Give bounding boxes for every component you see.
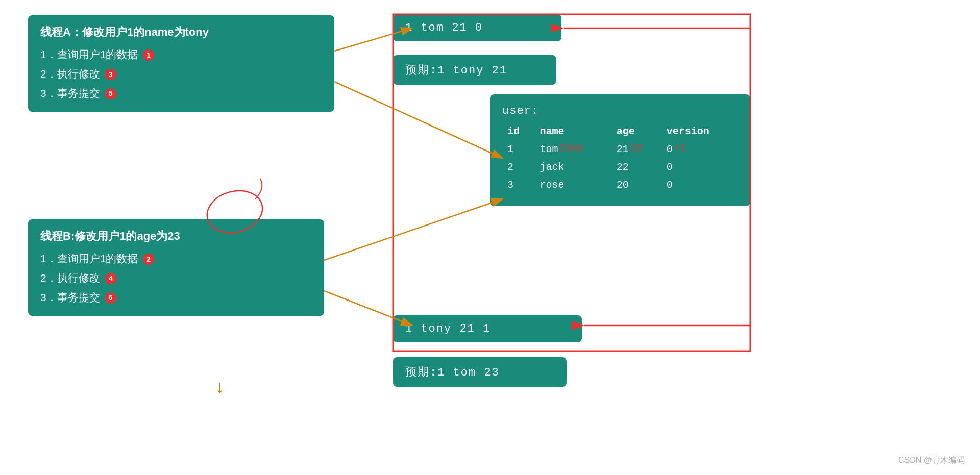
table-row-3: 3 rose 20 0 xyxy=(502,176,738,194)
thread-b-step3: 3．事务提交 6 xyxy=(40,288,312,307)
col-id: id xyxy=(502,122,535,140)
row2-version: 0 xyxy=(662,158,738,176)
row3-id: 3 xyxy=(502,176,535,194)
record-bottom-content: 1 tony 21 1 xyxy=(405,322,491,335)
col-name: name xyxy=(535,122,611,140)
thread-a-step1: 1．查询用户1的数据 1 xyxy=(40,45,322,64)
thread-a-box: 线程A：修改用户1的name为tony 1．查询用户1的数据 1 2．执行修改 … xyxy=(28,15,334,112)
svg-line-4 xyxy=(334,82,503,158)
thread-b-box: 线程B:修改用户1的age为23 1．查询用户1的数据 2 2．执行修改 4 3… xyxy=(28,219,324,316)
circle-2: 2 xyxy=(143,254,154,265)
row3-age: 20 xyxy=(611,176,662,194)
down-arrow: ↓ xyxy=(214,378,226,398)
thread-b-step1: 1．查询用户1的数据 2 xyxy=(40,249,312,268)
row1-id: 1 xyxy=(502,140,535,158)
record-top-content: 1 tom 21 0 xyxy=(405,21,483,34)
col-age: age xyxy=(611,122,662,140)
table-row-1: 1 tomtony 2123 0+1 xyxy=(502,140,738,158)
circle-4: 4 xyxy=(105,273,116,284)
row1-name: tomtony xyxy=(535,140,611,158)
thread-a-title: 线程A：修改用户1的name为tony xyxy=(40,24,322,40)
circle-1: 1 xyxy=(143,49,154,61)
watermark: CSDN @青木编码 xyxy=(898,455,965,466)
col-version: version xyxy=(662,122,738,140)
row1-age: 2123 xyxy=(611,140,662,158)
expected-top-content: 预期:1 tony 21 xyxy=(405,64,507,77)
row2-id: 2 xyxy=(502,158,535,176)
db-table-content: id name age version 1 tomtony 2123 0+1 xyxy=(502,122,738,194)
thread-b-title: 线程B:修改用户1的age为23 xyxy=(40,229,312,244)
thread-a-step2: 2．执行修改 3 xyxy=(40,64,322,84)
expected-top-box: 预期:1 tony 21 xyxy=(393,55,556,85)
db-table-title: user: xyxy=(502,105,738,117)
circle-5: 5 xyxy=(105,88,116,99)
record-top-box: 1 tom 21 0 xyxy=(393,14,561,41)
circle-3: 3 xyxy=(105,69,116,80)
svg-line-5 xyxy=(324,199,503,260)
record-bottom-box: 1 tony 21 1 xyxy=(393,315,582,342)
expected-bottom-box: 预期:1 tom 23 xyxy=(393,357,567,387)
circle-6: 6 xyxy=(105,292,116,304)
row3-version: 0 xyxy=(662,176,738,194)
thread-b-step2: 2．执行修改 4 xyxy=(40,268,312,288)
row2-age: 22 xyxy=(611,158,662,176)
db-table-box: user: id name age version 1 tomtony 2123… xyxy=(490,94,750,206)
thread-a-step3: 3．事务提交 5 xyxy=(40,84,322,103)
row3-name: rose xyxy=(535,176,611,194)
row1-version: 0+1 xyxy=(662,140,738,158)
expected-bottom-content: 预期:1 tom 23 xyxy=(405,366,500,379)
row2-name: jack xyxy=(535,158,611,176)
table-row-2: 2 jack 22 0 xyxy=(502,158,738,176)
